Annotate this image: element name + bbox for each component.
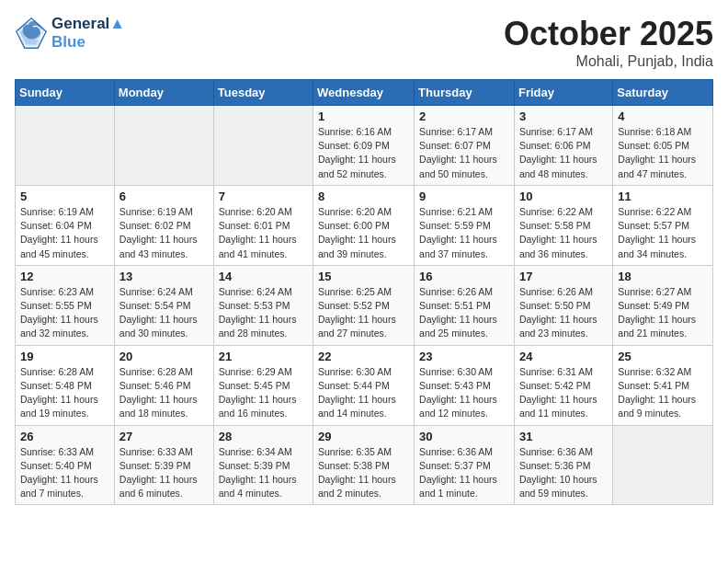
day-number: 25 [618, 350, 708, 363]
day-number: 19 [20, 350, 109, 363]
day-cell: 29Sunrise: 6:35 AM Sunset: 5:38 PM Dayli… [313, 425, 415, 505]
day-cell [16, 106, 115, 186]
day-number: 3 [519, 109, 608, 123]
title-block: October 2025 Mohali, Punjab, India [504, 15, 713, 70]
day-number: 26 [20, 430, 109, 443]
day-info: Sunrise: 6:26 AM Sunset: 5:50 PM Dayligh… [519, 285, 608, 341]
day-info: Sunrise: 6:33 AM Sunset: 5:40 PM Dayligh… [20, 445, 109, 501]
day-cell: 1Sunrise: 6:16 AM Sunset: 6:09 PM Daylig… [313, 106, 415, 186]
day-info: Sunrise: 6:34 AM Sunset: 5:39 PM Dayligh… [219, 445, 308, 501]
day-info: Sunrise: 6:22 AM Sunset: 5:58 PM Dayligh… [519, 205, 608, 261]
day-cell: 10Sunrise: 6:22 AM Sunset: 5:58 PM Dayli… [514, 185, 612, 265]
header-cell-monday: Monday [114, 80, 213, 106]
day-number: 24 [519, 350, 608, 363]
day-number: 31 [519, 430, 608, 443]
day-number: 9 [419, 190, 509, 203]
day-cell: 31Sunrise: 6:36 AM Sunset: 5:36 PM Dayli… [514, 425, 612, 505]
day-cell: 28Sunrise: 6:34 AM Sunset: 5:39 PM Dayli… [213, 425, 313, 505]
day-number: 15 [318, 270, 409, 283]
day-number: 16 [419, 270, 509, 283]
day-cell [114, 106, 213, 186]
day-number: 29 [318, 430, 409, 443]
logo-icon [15, 17, 48, 50]
day-number: 4 [618, 109, 708, 123]
header-row: SundayMondayTuesdayWednesdayThursdayFrid… [16, 80, 713, 106]
day-info: Sunrise: 6:26 AM Sunset: 5:51 PM Dayligh… [419, 285, 509, 341]
week-row-4: 19Sunrise: 6:28 AM Sunset: 5:48 PM Dayli… [16, 345, 713, 425]
day-cell: 25Sunrise: 6:32 AM Sunset: 5:41 PM Dayli… [613, 345, 713, 425]
day-info: Sunrise: 6:27 AM Sunset: 5:49 PM Dayligh… [618, 285, 708, 341]
calendar-header: SundayMondayTuesdayWednesdayThursdayFrid… [16, 80, 713, 106]
day-info: Sunrise: 6:35 AM Sunset: 5:38 PM Dayligh… [318, 445, 409, 501]
day-info: Sunrise: 6:33 AM Sunset: 5:39 PM Dayligh… [119, 445, 209, 501]
day-cell [613, 425, 713, 505]
day-cell: 6Sunrise: 6:19 AM Sunset: 6:02 PM Daylig… [114, 185, 213, 265]
day-info: Sunrise: 6:30 AM Sunset: 5:43 PM Dayligh… [419, 365, 509, 421]
day-number: 1 [318, 109, 409, 123]
page-header: General▲ Blue October 2025 Mohali, Punja… [15, 15, 713, 70]
day-info: Sunrise: 6:25 AM Sunset: 5:52 PM Dayligh… [318, 285, 409, 341]
day-cell: 20Sunrise: 6:28 AM Sunset: 5:46 PM Dayli… [114, 345, 213, 425]
day-info: Sunrise: 6:19 AM Sunset: 6:02 PM Dayligh… [119, 205, 209, 261]
day-cell: 4Sunrise: 6:18 AM Sunset: 6:05 PM Daylig… [613, 106, 713, 186]
day-cell: 13Sunrise: 6:24 AM Sunset: 5:54 PM Dayli… [114, 265, 213, 345]
day-info: Sunrise: 6:24 AM Sunset: 5:54 PM Dayligh… [119, 285, 209, 341]
week-row-2: 5Sunrise: 6:19 AM Sunset: 6:04 PM Daylig… [16, 185, 713, 265]
day-info: Sunrise: 6:24 AM Sunset: 5:53 PM Dayligh… [219, 285, 308, 341]
location-title: Mohali, Punjab, India [504, 53, 713, 70]
week-row-1: 1Sunrise: 6:16 AM Sunset: 6:09 PM Daylig… [16, 106, 713, 186]
day-info: Sunrise: 6:17 AM Sunset: 6:06 PM Dayligh… [519, 125, 608, 181]
day-cell: 22Sunrise: 6:30 AM Sunset: 5:44 PM Dayli… [313, 345, 415, 425]
day-info: Sunrise: 6:28 AM Sunset: 5:48 PM Dayligh… [20, 365, 109, 421]
day-info: Sunrise: 6:16 AM Sunset: 6:09 PM Dayligh… [318, 125, 409, 181]
day-number: 17 [519, 270, 608, 283]
day-cell: 3Sunrise: 6:17 AM Sunset: 6:06 PM Daylig… [514, 106, 612, 186]
day-info: Sunrise: 6:23 AM Sunset: 5:55 PM Dayligh… [20, 285, 109, 341]
day-number: 10 [519, 190, 608, 203]
logo-text: General▲ Blue [51, 15, 125, 52]
day-cell: 16Sunrise: 6:26 AM Sunset: 5:51 PM Dayli… [415, 265, 515, 345]
day-number: 12 [20, 270, 109, 283]
day-info: Sunrise: 6:22 AM Sunset: 5:57 PM Dayligh… [618, 205, 708, 261]
day-number: 21 [219, 350, 308, 363]
header-cell-wednesday: Wednesday [313, 80, 415, 106]
day-cell: 12Sunrise: 6:23 AM Sunset: 5:55 PM Dayli… [16, 265, 115, 345]
day-info: Sunrise: 6:28 AM Sunset: 5:46 PM Dayligh… [119, 365, 209, 421]
day-info: Sunrise: 6:36 AM Sunset: 5:37 PM Dayligh… [419, 445, 509, 501]
day-number: 11 [618, 190, 708, 203]
day-number: 22 [318, 350, 409, 363]
day-cell: 23Sunrise: 6:30 AM Sunset: 5:43 PM Dayli… [415, 345, 515, 425]
day-number: 23 [419, 350, 509, 363]
day-number: 20 [119, 350, 209, 363]
day-number: 28 [219, 430, 308, 443]
week-row-3: 12Sunrise: 6:23 AM Sunset: 5:55 PM Dayli… [16, 265, 713, 345]
header-cell-saturday: Saturday [613, 80, 713, 106]
day-number: 14 [219, 270, 308, 283]
day-cell: 8Sunrise: 6:20 AM Sunset: 6:00 PM Daylig… [313, 185, 415, 265]
day-info: Sunrise: 6:29 AM Sunset: 5:45 PM Dayligh… [219, 365, 308, 421]
day-number: 18 [618, 270, 708, 283]
day-cell: 17Sunrise: 6:26 AM Sunset: 5:50 PM Dayli… [514, 265, 612, 345]
calendar-body: 1Sunrise: 6:16 AM Sunset: 6:09 PM Daylig… [16, 106, 713, 505]
day-info: Sunrise: 6:17 AM Sunset: 6:07 PM Dayligh… [419, 125, 509, 181]
calendar-table: SundayMondayTuesdayWednesdayThursdayFrid… [15, 79, 713, 505]
week-row-5: 26Sunrise: 6:33 AM Sunset: 5:40 PM Dayli… [16, 425, 713, 505]
day-number: 8 [318, 190, 409, 203]
day-info: Sunrise: 6:21 AM Sunset: 5:59 PM Dayligh… [419, 205, 509, 261]
day-info: Sunrise: 6:18 AM Sunset: 6:05 PM Dayligh… [618, 125, 708, 181]
day-number: 2 [419, 109, 509, 123]
month-title: October 2025 [504, 15, 713, 53]
day-info: Sunrise: 6:31 AM Sunset: 5:42 PM Dayligh… [519, 365, 608, 421]
day-cell: 7Sunrise: 6:20 AM Sunset: 6:01 PM Daylig… [213, 185, 313, 265]
day-number: 7 [219, 190, 308, 203]
day-number: 27 [119, 430, 209, 443]
day-cell: 2Sunrise: 6:17 AM Sunset: 6:07 PM Daylig… [415, 106, 515, 186]
day-number: 30 [419, 430, 509, 443]
day-cell: 15Sunrise: 6:25 AM Sunset: 5:52 PM Dayli… [313, 265, 415, 345]
day-cell: 11Sunrise: 6:22 AM Sunset: 5:57 PM Dayli… [613, 185, 713, 265]
header-cell-thursday: Thursday [415, 80, 515, 106]
day-info: Sunrise: 6:20 AM Sunset: 6:01 PM Dayligh… [219, 205, 308, 261]
day-number: 6 [119, 190, 209, 203]
day-info: Sunrise: 6:30 AM Sunset: 5:44 PM Dayligh… [318, 365, 409, 421]
day-cell: 26Sunrise: 6:33 AM Sunset: 5:40 PM Dayli… [16, 425, 115, 505]
